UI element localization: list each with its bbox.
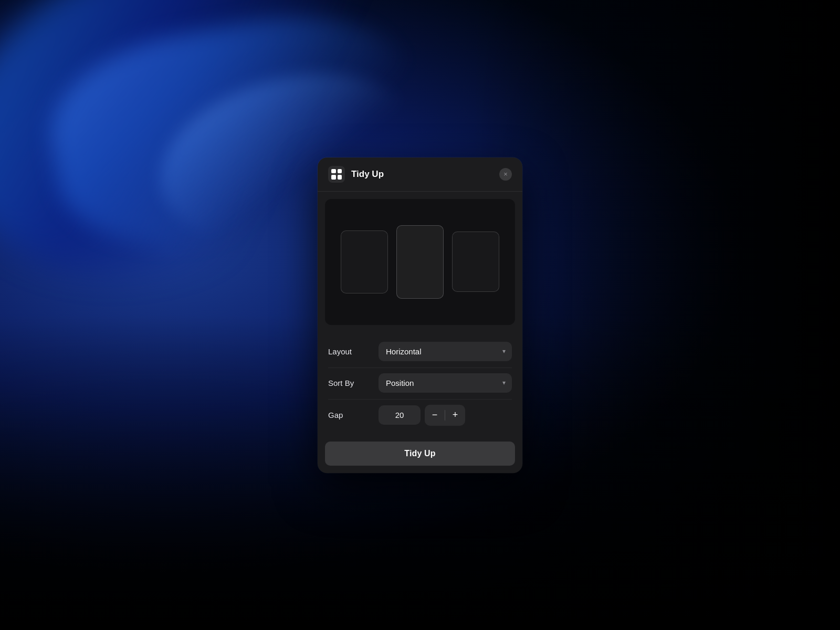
sort-by-select[interactable]: Position Name Size Date [379, 373, 512, 393]
app-icon-dot [331, 169, 336, 174]
dialog-header: Tidy Up × [318, 158, 522, 192]
preview-card-left [341, 230, 388, 293]
app-icon-dot [331, 175, 336, 180]
sort-by-row: Sort By Position Name Size Date ▾ [328, 368, 512, 398]
layout-row: Layout Horizontal Vertical Grid ▾ [328, 337, 512, 366]
layout-label: Layout [328, 347, 370, 356]
close-button[interactable]: × [499, 168, 512, 181]
preview-card-right [452, 232, 499, 292]
layout-select[interactable]: Horizontal Vertical Grid [379, 342, 512, 361]
gap-control-right: − + [379, 405, 512, 426]
app-icon-dot [338, 169, 342, 174]
controls-area: Layout Horizontal Vertical Grid ▾ Sort B… [318, 332, 522, 439]
gap-increment-button[interactable]: + [445, 405, 465, 426]
tidy-up-dialog: Tidy Up × Layout Horizontal Vertical Gri… [318, 158, 522, 473]
layout-preview [325, 199, 515, 325]
gap-stepper: − + [425, 405, 465, 426]
gap-value-input[interactable] [379, 405, 421, 425]
app-icon-dot [338, 175, 342, 180]
preview-card-center [396, 225, 444, 299]
sort-by-select-wrapper: Position Name Size Date ▾ [379, 373, 512, 393]
app-icon [328, 166, 345, 183]
dialog-title: Tidy Up [351, 169, 493, 180]
layout-select-wrapper: Horizontal Vertical Grid ▾ [379, 342, 512, 361]
gap-decrement-button[interactable]: − [425, 405, 445, 426]
gap-label: Gap [328, 411, 370, 419]
gap-row: Gap − + [328, 399, 512, 431]
tidy-up-button[interactable]: Tidy Up [325, 442, 515, 466]
sort-by-label: Sort By [328, 379, 370, 387]
layout-control-right: Horizontal Vertical Grid ▾ [379, 342, 512, 361]
sort-by-control-right: Position Name Size Date ▾ [379, 373, 512, 393]
